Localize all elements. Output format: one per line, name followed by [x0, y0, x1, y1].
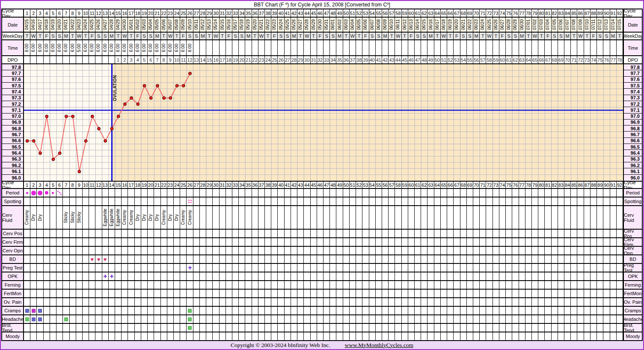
- dpo-cell: [50, 56, 56, 63]
- date-value: 05/15: [220, 19, 225, 30]
- time-cell: [232, 40, 239, 55]
- date-value: 05/26: [292, 19, 296, 30]
- bd-cell: [278, 255, 284, 263]
- cycle_day-cell: 13: [102, 9, 109, 17]
- cerv_firm-cell: [577, 238, 584, 246]
- website-link[interactable]: www.MyMonthlyCycles.com: [345, 342, 413, 349]
- cycle_day-cell: 12: [95, 182, 102, 188]
- bd-cell: [564, 255, 571, 263]
- cerv_fluid-cell: [317, 206, 323, 229]
- fertmon-cell: [421, 290, 427, 297]
- preg_test-cell: [265, 264, 271, 272]
- cramps-cell: [161, 307, 167, 314]
- fertmon-cell: [499, 290, 506, 297]
- period-cell: [115, 189, 122, 197]
- cycle-day-number: 24: [174, 182, 179, 188]
- dpo-cell: 40: [369, 56, 376, 63]
- spotting-cell: [226, 197, 232, 205]
- spotting-cell: [95, 197, 102, 205]
- weekday-value: T: [162, 33, 165, 39]
- fertmon-cell: [603, 290, 610, 297]
- ferning-cell: [532, 281, 538, 289]
- ov_pain-cell: [356, 298, 362, 306]
- spotting-cell: [180, 197, 187, 205]
- cycle_day-value: 72: [487, 11, 492, 16]
- headache-cell: [467, 315, 473, 323]
- time-value: 6:00: [45, 44, 49, 52]
- bd-cell: [187, 255, 193, 263]
- time-cell: [297, 40, 304, 55]
- date-cell: 06/23: [473, 18, 480, 32]
- cycle-day-number: 14: [109, 182, 114, 188]
- cerv_pos-cell: [311, 230, 317, 237]
- cerv_opn-cell: [239, 247, 245, 254]
- period-cell: [161, 189, 167, 197]
- cerv-fluid-value: Eggwhite: [103, 209, 107, 226]
- ferning-cell: [200, 281, 206, 289]
- opk-cell: ✚: [102, 272, 109, 280]
- spotting-cell: [206, 197, 213, 205]
- row-label-fertmon: FertMon: [2, 290, 23, 297]
- row-label-preg_test-text: Preg Test: [3, 265, 22, 270]
- date-value: 07/05: [552, 19, 557, 30]
- date-value: 06/02: [338, 19, 342, 30]
- weekday-value: F: [227, 33, 230, 39]
- opk-cell: [584, 272, 591, 280]
- date-cell: 06/16: [427, 18, 434, 32]
- cycle_day-cell: 58: [395, 9, 401, 17]
- row-label-headache-right: Headache: [624, 315, 642, 323]
- cerv_firm-cell: [467, 238, 473, 246]
- cycle-day-number: 67: [454, 182, 459, 188]
- cycle_day-cell: 25: [180, 182, 187, 188]
- cycle_day-cell: 61: [415, 9, 421, 17]
- cerv_firm-cell: [558, 238, 564, 246]
- spotting-cell: [161, 197, 167, 205]
- cerv_pos-cell: [44, 230, 50, 237]
- cerv_firm-cell: [245, 238, 252, 246]
- ov_pain-cell: [323, 298, 330, 306]
- cerv_fluid-cell: Sticky: [63, 206, 69, 229]
- date-value: 05/09: [181, 19, 185, 30]
- dpo-cell: 50: [434, 56, 441, 63]
- weekday-cell: W: [30, 33, 37, 39]
- opk-cell: [37, 272, 43, 280]
- ov_pain-cell: [447, 298, 454, 306]
- brst_tend-cell: [434, 324, 441, 332]
- cerv_opn-cell: [577, 247, 584, 254]
- grid-hline: [1, 205, 643, 206]
- time-cell: [617, 40, 623, 55]
- time-cell: [245, 40, 252, 55]
- dpo-cell: 77: [610, 56, 617, 63]
- bd-cell: [226, 255, 232, 263]
- date-cell: 04/29: [115, 18, 122, 32]
- headache-square-blue: [38, 317, 42, 321]
- cramps-cell: [109, 307, 115, 314]
- cerv_fluid-cell: [512, 206, 519, 229]
- cerv_firm-cell: [161, 238, 167, 246]
- cramps-cell: [297, 307, 304, 314]
- row-label-preg_test-right: Preg Test: [624, 264, 642, 272]
- spotting-cell: [486, 197, 493, 205]
- spotting-cell: [304, 197, 310, 205]
- moody-cell: [258, 332, 265, 340]
- cerv_pos-cell: [467, 230, 473, 237]
- weekday-cell: M: [473, 33, 480, 39]
- dpo-cell: 4: [135, 56, 141, 63]
- moody-cell: [291, 332, 297, 340]
- headache-cell: [552, 315, 558, 323]
- fertmon-cell: [317, 290, 323, 297]
- row-label-weekday-right-text: WeekDay: [624, 33, 642, 39]
- grid-hline: [1, 229, 643, 230]
- headache-cell: [402, 315, 408, 323]
- y-axis-right-tick: 96.5: [624, 144, 642, 150]
- cerv_pos-cell: [187, 230, 193, 237]
- cerv_fluid-cell: [336, 206, 343, 229]
- opk-cell: [499, 272, 506, 280]
- cramps-cell: [44, 307, 50, 314]
- period-cell: [532, 189, 538, 197]
- cerv-fluid-value: Dry: [148, 214, 153, 221]
- fertmon-cell: [525, 290, 532, 297]
- date-cell: 05/29: [311, 18, 317, 32]
- period-cell: [577, 189, 584, 197]
- cycle_day-cell: 91: [610, 182, 617, 188]
